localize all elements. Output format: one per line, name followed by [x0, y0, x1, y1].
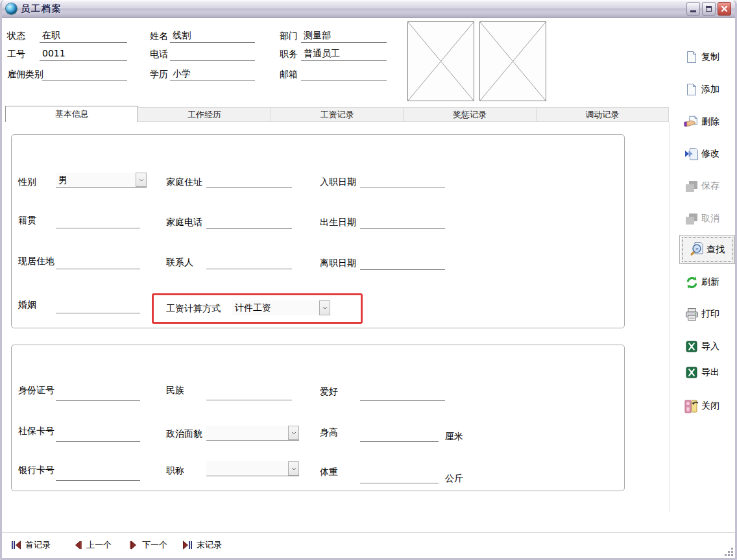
tab-reward-punishment-records[interactable]: 奖惩记录 — [404, 107, 536, 122]
phone-field[interactable] — [170, 48, 255, 61]
bank-card-field[interactable] — [56, 468, 140, 481]
tab-basic-info[interactable]: 基本信息 — [5, 106, 138, 122]
hobby-field[interactable] — [360, 388, 445, 401]
home-address-label: 家庭住址 — [166, 177, 202, 188]
home-address-field[interactable] — [206, 175, 292, 188]
chevron-down-icon — [139, 178, 144, 182]
copy-button[interactable]: 复制 — [684, 49, 736, 66]
employee-archive-window: 员工档案 状态 在职 工号 0011 雇佣类别 姓名 线割 电话 学历 小学 部… — [0, 0, 737, 560]
education-label: 学历 — [150, 69, 168, 80]
contact-person-field[interactable] — [206, 256, 292, 269]
print-button[interactable]: 打印 — [684, 306, 736, 323]
salary-method-combobox[interactable]: 计件工资 — [232, 300, 330, 315]
chevron-down-icon — [291, 467, 296, 470]
tab-transfer-records[interactable]: 调动记录 — [537, 107, 669, 122]
resize-grip[interactable] — [723, 546, 734, 557]
bottom-divider — [2, 532, 735, 533]
employ-type-field[interactable] — [42, 68, 127, 81]
close-icon — [721, 5, 728, 12]
tab-salary-records[interactable]: 工资记录 — [271, 107, 404, 122]
previous-record-icon — [73, 541, 82, 550]
weight-field[interactable] — [360, 470, 439, 483]
residence-label: 现居住地 — [18, 256, 54, 267]
height-label: 身高 — [320, 427, 338, 439]
previous-record-button[interactable]: 上一个 — [73, 539, 112, 552]
previous-record-label: 上一个 — [86, 539, 112, 551]
chevron-down-icon — [291, 432, 296, 435]
modify-document-icon — [684, 147, 699, 161]
native-place-field[interactable] — [56, 215, 140, 228]
close-button[interactable] — [718, 2, 731, 16]
excel-import-icon — [684, 339, 699, 354]
employ-type-label: 雇佣类别 — [7, 69, 43, 80]
export-button-label: 导出 — [701, 367, 719, 378]
excel-export-icon — [684, 365, 699, 380]
photo-x-placeholder-icon — [480, 22, 546, 101]
last-record-button[interactable]: 末记录 — [182, 539, 222, 552]
department-field[interactable]: 测量部 — [301, 30, 387, 43]
modify-button[interactable]: 修改 — [684, 145, 736, 162]
job-title-label: 职称 — [166, 465, 184, 477]
birth-date-field[interactable] — [360, 216, 445, 229]
email-field[interactable] — [301, 68, 387, 81]
find-button[interactable]: n 查找 — [679, 235, 735, 264]
position-field[interactable]: 普通员工 — [301, 48, 387, 61]
cancel-button-label: 取消 — [701, 213, 719, 225]
tab-work-experience[interactable]: 工作经历 — [138, 107, 271, 122]
svg-text:n: n — [695, 247, 699, 252]
delete-button[interactable]: 删除 — [684, 114, 736, 130]
salary-method-label: 工资计算方式 — [166, 303, 221, 315]
delete-hand-document-icon — [684, 115, 699, 129]
refresh-button[interactable]: 刷新 — [684, 274, 736, 291]
export-button[interactable]: 导出 — [684, 364, 736, 381]
minimize-icon — [690, 10, 696, 12]
email-label: 邮箱 — [280, 69, 298, 80]
marriage-field[interactable] — [56, 300, 140, 313]
ethnicity-field[interactable] — [206, 387, 292, 400]
gender-dropdown-button[interactable] — [136, 173, 147, 187]
name-field[interactable]: 线割 — [170, 30, 255, 43]
import-button[interactable]: 导入 — [684, 338, 736, 355]
employee-photo-placeholder[interactable] — [407, 21, 474, 101]
home-phone-label: 家庭电话 — [166, 217, 202, 228]
next-record-label: 下一个 — [142, 539, 167, 551]
contact-person-label: 联系人 — [166, 257, 193, 269]
leave-date-field[interactable] — [360, 257, 445, 270]
save-icon — [684, 179, 699, 193]
first-record-button[interactable]: 首记录 — [11, 539, 51, 552]
hire-date-field[interactable] — [360, 175, 445, 188]
political-status-dropdown-button[interactable] — [288, 426, 299, 440]
hire-date-label: 入职日期 — [320, 177, 356, 188]
gender-combobox[interactable]: 男 — [56, 173, 147, 188]
id-number-label: 身份证号 — [18, 385, 54, 396]
status-field[interactable]: 在职 — [40, 30, 127, 43]
employee-photo-placeholder-2[interactable] — [479, 21, 546, 101]
home-phone-field[interactable] — [206, 216, 292, 229]
id-number-field[interactable] — [56, 388, 140, 401]
social-card-field[interactable] — [56, 429, 140, 442]
status-label: 状态 — [7, 30, 25, 42]
education-field[interactable]: 小学 — [170, 68, 255, 81]
residence-field[interactable] — [56, 256, 140, 269]
close-window-button[interactable]: 关闭 — [684, 398, 736, 415]
salary-method-dropdown-button[interactable] — [319, 300, 330, 315]
minimize-button[interactable] — [686, 2, 700, 16]
gender-label: 性别 — [18, 177, 36, 188]
next-record-icon — [129, 541, 138, 550]
globe-icon — [6, 3, 17, 14]
maximize-icon — [706, 6, 712, 12]
social-card-label: 社保卡号 — [18, 426, 54, 437]
maximize-button[interactable] — [702, 2, 716, 16]
save-button-label: 保存 — [701, 180, 719, 192]
job-title-combobox[interactable] — [206, 461, 299, 476]
leave-date-label: 离职日期 — [320, 258, 356, 269]
next-record-button[interactable]: 下一个 — [129, 539, 167, 552]
height-unit-label: 厘米 — [445, 431, 463, 443]
emp-id-field[interactable]: 0011 — [40, 48, 127, 61]
job-title-dropdown-button[interactable] — [288, 461, 299, 476]
delete-button-label: 删除 — [701, 116, 719, 128]
height-field[interactable] — [360, 429, 439, 442]
basic-info-groupbox — [11, 134, 625, 328]
add-button[interactable]: 添加 — [684, 81, 736, 98]
political-status-combobox[interactable] — [206, 426, 299, 441]
